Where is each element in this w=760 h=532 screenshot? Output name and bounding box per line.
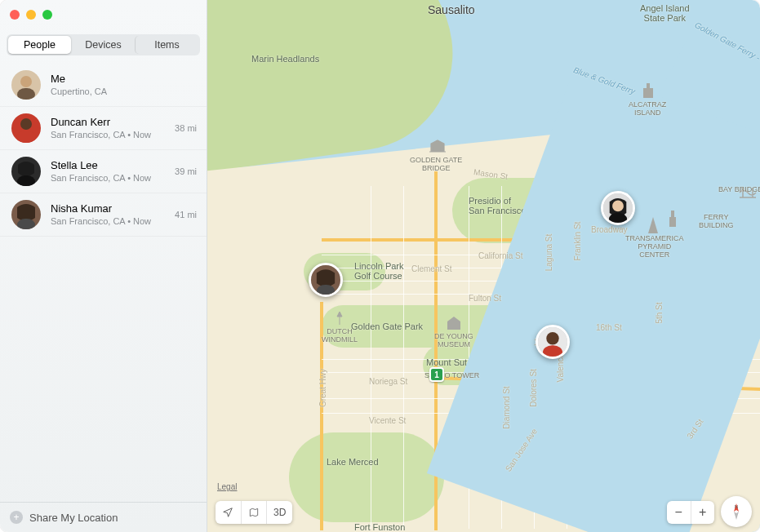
- pyramid-icon: [643, 215, 663, 235]
- map-mode-control: 3D: [216, 501, 292, 524]
- label-vicente: Vicente St: [369, 416, 406, 425]
- fullscreen-button[interactable]: [42, 10, 52, 20]
- person-name: Stella Lee: [51, 159, 165, 172]
- avatar: [11, 157, 41, 186]
- svg-rect-11: [671, 211, 674, 219]
- zoom-in-button[interactable]: +: [691, 501, 715, 524]
- list-item-info: Stella Lee San Francisco, CA • Now: [51, 159, 165, 184]
- titlebar: [0, 0, 207, 29]
- person-sub: San Francisco, CA • Now: [51, 172, 165, 184]
- person-sub: San Francisco, CA • Now: [51, 215, 165, 227]
- list-item[interactable]: Me Cupertino, CA: [0, 64, 207, 107]
- list-item-info: Me Cupertino, CA: [51, 73, 187, 97]
- label-merced: Lake Merced: [327, 457, 379, 467]
- label-franklin: Franklin St: [573, 222, 582, 261]
- plus-icon: +: [10, 511, 23, 524]
- route-shield-1: 1: [429, 367, 444, 382]
- zoom-out-button[interactable]: −: [667, 501, 691, 524]
- label-presidio: Presidio of San Francisco: [469, 196, 526, 215]
- label-deyoung: DE YOUNG MUSEUM: [434, 333, 473, 349]
- map[interactable]: Sausalito Marin Headlands Angel Island S…: [207, 0, 760, 532]
- label-noriega: Noriega St: [369, 377, 407, 386]
- golden-gate-bridge-icon: [428, 137, 447, 157]
- find-my-window: People Devices Items Me Cupertino, CA: [0, 0, 760, 532]
- label-ggb: GOLDEN GATE BRIDGE: [410, 157, 462, 173]
- label-gg-park: Golden Gate Park: [351, 321, 423, 331]
- svg-point-20: [612, 201, 624, 212]
- person-distance: 39 mi: [175, 166, 197, 176]
- label-marin: Marin Headlands: [251, 54, 319, 64]
- label-fulton: Fulton St: [469, 294, 501, 303]
- map-pin-duncan[interactable]: [536, 325, 570, 359]
- label-baybridge: BAY BRIDGE: [718, 186, 760, 194]
- person-sub: Cupertino, CA: [51, 86, 187, 97]
- zoom-control: − +: [667, 501, 714, 524]
- svg-point-2: [20, 118, 32, 130]
- label-diamond: Diamond St: [502, 386, 511, 428]
- deyoung-icon: [444, 313, 464, 333]
- legal-link[interactable]: Legal: [217, 482, 237, 491]
- map-type-button[interactable]: [241, 501, 267, 524]
- person-name: Duncan Kerr: [51, 116, 165, 129]
- svg-rect-1: [17, 88, 35, 100]
- svg-rect-9: [647, 83, 650, 90]
- share-label: Share My Location: [29, 512, 118, 524]
- alcatraz-icon: [638, 82, 658, 101]
- ferry-building-icon: [663, 209, 682, 228]
- 3d-button[interactable]: 3D: [266, 501, 292, 524]
- compass-button[interactable]: N: [721, 496, 752, 527]
- list-item[interactable]: Stella Lee San Francisco, CA • Now 39 mi: [0, 150, 207, 193]
- person-name: Me: [51, 73, 187, 86]
- avatar: [11, 200, 41, 229]
- list-item-info: Duncan Kerr San Francisco, CA • Now: [51, 116, 165, 140]
- list-item[interactable]: Nisha Kumar San Francisco, CA • Now 41 m…: [0, 193, 207, 237]
- svg-rect-12: [447, 321, 460, 330]
- person-name: Nisha Kumar: [51, 202, 165, 215]
- svg-text:N: N: [735, 504, 738, 509]
- label-funston: Fort Funston: [354, 522, 405, 532]
- svg-rect-7: [17, 219, 35, 229]
- locate-button[interactable]: [216, 501, 241, 524]
- windmill-icon: [330, 308, 349, 328]
- person-distance: 38 mi: [175, 123, 197, 133]
- label-greathwy: Great Hwy: [318, 369, 327, 407]
- people-list: Me Cupertino, CA Duncan Kerr San Francis…: [0, 64, 207, 502]
- label-alcatraz: ALCATRAZ ISLAND: [629, 101, 666, 117]
- svg-marker-23: [734, 512, 739, 520]
- label-lincoln-park: Lincoln Park Golf Course: [354, 261, 404, 281]
- avatar: [11, 70, 41, 100]
- tab-items[interactable]: Items: [135, 36, 198, 54]
- close-button[interactable]: [10, 10, 20, 20]
- svg-point-17: [546, 332, 558, 344]
- label-windmill: DUTCH WINDMILL: [322, 328, 358, 344]
- tab-people[interactable]: People: [8, 36, 71, 54]
- svg-point-0: [20, 76, 32, 87]
- label-california: California St: [478, 251, 522, 260]
- minimize-button[interactable]: [26, 10, 36, 20]
- label-laguna: Laguna St: [544, 234, 553, 272]
- person-sub: San Francisco, CA • Now: [51, 129, 165, 140]
- svg-rect-5: [17, 175, 35, 186]
- label-dolores: Dolores St: [529, 369, 538, 407]
- list-item-info: Nisha Kumar San Francisco, CA • Now: [51, 202, 165, 227]
- list-item[interactable]: Duncan Kerr San Francisco, CA • Now 38 m…: [0, 107, 207, 150]
- sidebar-tabs: People Devices Items: [7, 34, 200, 55]
- person-distance: 41 mi: [175, 210, 197, 219]
- label-pyramid: TRANSAMERICA PYRAMID CENTER: [625, 235, 684, 259]
- label-5th: 5th St: [655, 302, 664, 323]
- share-my-location[interactable]: + Share My Location: [0, 502, 207, 532]
- tab-devices[interactable]: Devices: [71, 36, 135, 54]
- label-ferry: FERRY BUILDING: [699, 214, 734, 230]
- sidebar: People Devices Items Me Cupertino, CA: [0, 0, 207, 532]
- label-16th: 16th St: [596, 323, 622, 332]
- label-clement: Clement St: [411, 264, 451, 273]
- label-angel-island: Angel Island State Park: [640, 3, 690, 23]
- label-sausalito: Sausalito: [428, 3, 475, 16]
- svg-rect-3: [16, 131, 36, 143]
- map-pin-nisha[interactable]: [309, 263, 343, 297]
- map-pin-stella[interactable]: [601, 191, 635, 225]
- label-broadway: Broadway: [591, 225, 627, 234]
- avatar: [11, 113, 41, 143]
